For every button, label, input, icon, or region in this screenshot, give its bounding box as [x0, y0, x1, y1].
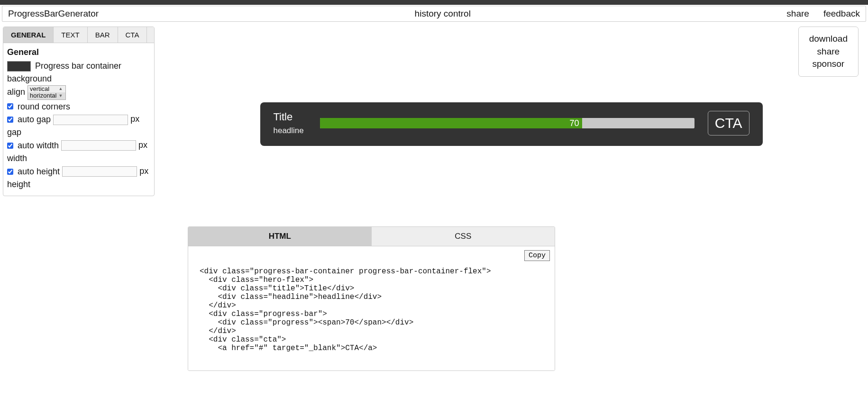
share-link[interactable]: share — [786, 9, 809, 19]
top-bar: ProgressBarGenerator history control sha… — [2, 6, 866, 22]
settings-panel: GENERAL TEXT BAR CTA General Progress ba… — [3, 27, 155, 196]
preview-hero: Title headline — [274, 111, 307, 135]
code-tab-html[interactable]: HTML — [188, 227, 372, 246]
width-input[interactable] — [61, 140, 136, 151]
round-corners-checkbox[interactable] — [7, 103, 13, 109]
auto-height-checkbox[interactable] — [7, 169, 13, 175]
align-select[interactable]: vertical▲ horizontal▼ — [27, 85, 66, 100]
code-tab-css[interactable]: CSS — [372, 227, 555, 246]
preview-bar-value: 70 — [570, 118, 579, 128]
history-control-label[interactable]: history control — [99, 9, 786, 19]
tab-bar[interactable]: BAR — [88, 27, 118, 43]
preview-bar-fill: 70 — [320, 118, 582, 128]
tab-text[interactable]: TEXT — [54, 27, 87, 43]
height-input[interactable] — [62, 166, 137, 177]
chevron-down-icon: ▼ — [58, 94, 63, 99]
code-content[interactable]: <div class="progress-bar-container progr… — [200, 267, 491, 352]
code-tabs: HTML CSS — [188, 227, 555, 246]
auto-height-label: auto height — [18, 167, 60, 176]
preview-bar-track: 70 — [320, 118, 694, 128]
top-right-links: share feedback — [786, 9, 860, 19]
tab-cta[interactable]: CTA — [118, 27, 147, 43]
feedback-link[interactable]: feedback — [823, 9, 860, 19]
tab-general[interactable]: GENERAL — [3, 27, 54, 43]
settings-tabs: GENERAL TEXT BAR CTA — [3, 27, 154, 43]
progress-preview: Title headline 70 CTA — [260, 102, 763, 146]
auto-width-checkbox[interactable] — [7, 143, 13, 149]
download-button[interactable]: download — [809, 33, 848, 45]
section-title: General — [7, 46, 150, 59]
bg-color-swatch[interactable] — [7, 61, 31, 72]
app-name: ProgressBarGenerator — [8, 9, 99, 19]
preview-title: Title — [274, 111, 307, 123]
align-option-vertical[interactable]: vertical — [30, 86, 49, 92]
actions-box: download share sponsor — [798, 27, 859, 77]
copy-button[interactable]: Copy — [524, 250, 550, 261]
main-area: GENERAL TEXT BAR CTA General Progress ba… — [0, 22, 868, 371]
auto-gap-label: auto gap — [18, 115, 51, 124]
gap-input[interactable] — [53, 115, 128, 125]
sponsor-button[interactable]: sponsor — [809, 58, 848, 71]
code-body: Copy <div class="progress-bar-container … — [188, 246, 555, 370]
browser-chrome — [0, 0, 868, 5]
preview-cta-button[interactable]: CTA — [708, 111, 749, 135]
auto-gap-checkbox[interactable] — [7, 117, 13, 123]
round-corners-label: round corners — [18, 101, 70, 111]
share-button[interactable]: share — [809, 45, 848, 58]
auto-width-label: auto witdth — [18, 141, 59, 150]
align-label: align — [7, 87, 25, 97]
preview-area: download share sponsor Title headline 70… — [155, 27, 868, 371]
settings-body: General Progress bar container backgroun… — [3, 43, 154, 196]
preview-headline: headline — [274, 126, 307, 135]
code-area: HTML CSS Copy <div class="progress-bar-c… — [188, 226, 555, 371]
align-option-horizontal[interactable]: horizontal — [30, 92, 56, 99]
chevron-up-icon: ▲ — [58, 87, 63, 91]
